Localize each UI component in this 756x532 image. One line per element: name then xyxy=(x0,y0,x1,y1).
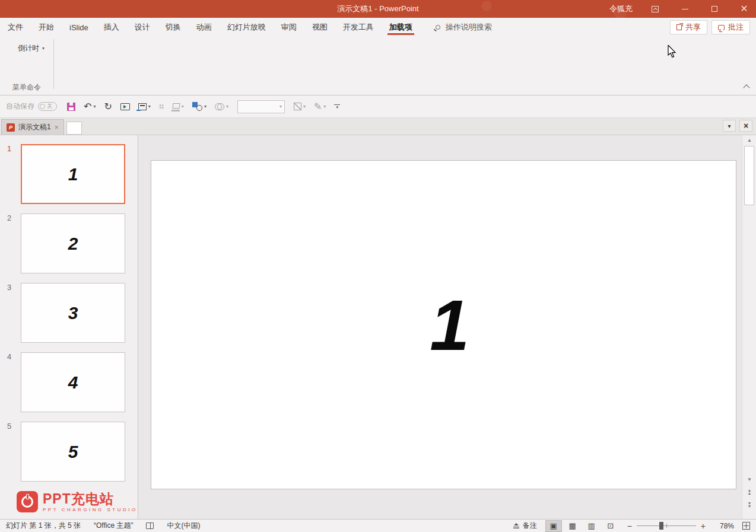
slideshow-view-button[interactable]: ⊡ xyxy=(602,520,619,532)
minimize-button[interactable] xyxy=(678,0,692,18)
document-tab[interactable]: P 演示文稿1 × xyxy=(1,119,64,135)
close-tab-icon[interactable]: × xyxy=(55,123,59,132)
maximize-icon xyxy=(711,6,717,12)
tab-insert[interactable]: 插入 xyxy=(96,18,127,37)
collapse-ribbon-icon[interactable] xyxy=(743,84,749,91)
chevron-down-icon[interactable]: ▾ xyxy=(182,104,184,109)
font-size-combobox[interactable]: ▾ xyxy=(237,100,285,113)
shape-outline-button[interactable]: ▾ xyxy=(291,100,309,113)
slide-thumb-box[interactable]: 5 xyxy=(21,422,125,482)
tab-developer[interactable]: 开发工具 xyxy=(335,18,382,37)
slide-sorter-view-button[interactable]: ▦ xyxy=(564,520,581,532)
tab-transitions[interactable]: 切换 xyxy=(158,18,189,37)
tell-me-search[interactable]: 操作说明搜索 xyxy=(436,22,492,33)
tab-review[interactable]: 审阅 xyxy=(274,18,304,37)
slide-counter[interactable]: 幻灯片 第 1 张，共 5 张 xyxy=(6,521,81,531)
chevron-down-icon[interactable]: ▾ xyxy=(226,104,228,109)
ink-pen-button[interactable]: ✎ ▾ xyxy=(311,100,329,114)
autosave-control[interactable]: 自动保存 关 xyxy=(6,101,62,112)
chevron-down-icon[interactable]: ▾ xyxy=(303,104,306,109)
autosave-state: 关 xyxy=(47,103,52,110)
notes-button[interactable]: 备注 xyxy=(513,521,537,531)
autosave-toggle[interactable]: 关 xyxy=(38,102,57,111)
close-button[interactable]: ✕ xyxy=(737,0,751,18)
chevron-down-icon[interactable]: ▾ xyxy=(204,104,207,109)
tab-slideshow[interactable]: 幻灯片放映 xyxy=(220,18,274,37)
account-name[interactable]: 令狐充 xyxy=(609,4,633,14)
share-button[interactable]: 共享 xyxy=(670,20,707,34)
slide-index: 3 xyxy=(7,283,11,292)
slide-index: 1 xyxy=(7,144,11,153)
tab-file[interactable]: 文件 xyxy=(0,18,31,37)
merge-shapes-button[interactable]: ▾ xyxy=(212,101,231,112)
crop-icon: ⌗ xyxy=(159,102,164,112)
slide-thumb-box[interactable]: 1 xyxy=(21,144,125,204)
zoom-slider-thumb[interactable] xyxy=(659,522,663,530)
slide-number-text[interactable]: 1 xyxy=(430,284,469,366)
arrange-button[interactable]: ▾ xyxy=(135,101,154,113)
scrollbar-thumb[interactable] xyxy=(744,146,754,205)
slide-thumbnail-3[interactable]: 3 3 xyxy=(0,283,138,344)
maximize-button[interactable] xyxy=(707,0,722,18)
chevron-down-icon[interactable]: ▾ xyxy=(93,104,96,109)
crop-button[interactable]: ⌗ xyxy=(156,100,167,114)
slideshow-monitor-icon xyxy=(120,103,130,110)
undo-icon: ↶ xyxy=(84,102,91,112)
slide-index: 2 xyxy=(7,214,11,222)
minimize-icon xyxy=(682,9,688,9)
new-tab-button[interactable] xyxy=(66,122,82,135)
zoom-in-button[interactable]: + xyxy=(701,521,706,531)
countdown-addin-button[interactable]: 倒计时 ▾ xyxy=(15,42,47,55)
customize-qat-button[interactable]: ▾ xyxy=(331,102,343,111)
toggle-knob-icon xyxy=(40,104,45,109)
slide-thumbnail-1[interactable]: 1 1 xyxy=(0,144,138,205)
document-tab-bar: P 演示文稿1 × ▾ × xyxy=(0,118,756,135)
scroll-down-button[interactable]: ▼ xyxy=(742,474,756,485)
slide-thumb-box[interactable]: 4 xyxy=(21,352,125,412)
zoom-slider[interactable] xyxy=(637,525,696,526)
normal-view-button[interactable]: ▣ xyxy=(545,520,562,532)
chevron-down-icon[interactable]: ▾ xyxy=(323,104,326,109)
save-icon xyxy=(67,103,75,111)
ribbon-display-options-button[interactable] xyxy=(648,0,662,18)
comments-label: 批注 xyxy=(728,22,744,33)
save-button[interactable] xyxy=(64,100,78,113)
slide-thumbnail-5[interactable]: 5 5 xyxy=(0,422,138,483)
slide-thumb-box[interactable]: 2 xyxy=(21,214,125,273)
double-down-icon: ▼ xyxy=(748,505,752,508)
zoom-out-button[interactable]: − xyxy=(627,521,632,531)
redo-button[interactable]: ↻ xyxy=(101,100,115,114)
shape-fill-icon xyxy=(172,103,180,109)
tab-home[interactable]: 开始 xyxy=(31,18,62,37)
zoom-percentage[interactable]: 78% xyxy=(714,522,734,530)
redo-icon: ↻ xyxy=(104,102,112,112)
start-slideshow-button[interactable] xyxy=(117,101,133,113)
slide-index: 4 xyxy=(7,352,11,361)
tab-view[interactable]: 视图 xyxy=(304,18,335,37)
previous-slide-button[interactable]: ▲▲ xyxy=(742,486,756,497)
theme-name[interactable]: “Office 主题” xyxy=(94,521,133,531)
slide-thumbnail-2[interactable]: 2 2 xyxy=(0,214,138,275)
tab-list-dropdown-button[interactable]: ▾ xyxy=(723,120,736,132)
fit-slide-to-window-icon[interactable] xyxy=(742,522,750,530)
shape-fill-button[interactable]: ▾ xyxy=(170,101,187,112)
tab-design[interactable]: 设计 xyxy=(127,18,158,37)
vertical-scrollbar[interactable]: ▲ ▼ ▲▲ ▼▼ xyxy=(742,135,756,519)
slide-thumbnail-4[interactable]: 4 4 xyxy=(0,352,138,413)
comments-button[interactable]: 批注 xyxy=(711,20,750,34)
tab-animations[interactable]: 动画 xyxy=(189,18,220,37)
close-document-button[interactable]: × xyxy=(739,120,752,132)
double-up-icon: ▲ xyxy=(748,492,752,495)
spell-check-icon[interactable] xyxy=(146,523,154,529)
undo-button[interactable]: ↶ ▾ xyxy=(81,100,99,114)
insert-shape-button[interactable]: ▾ xyxy=(189,100,209,113)
scroll-up-button[interactable]: ▲ xyxy=(742,135,756,145)
tab-islide[interactable]: iSlide xyxy=(62,18,96,37)
tab-addins[interactable]: 加载项 xyxy=(382,18,420,37)
language-indicator[interactable]: 中文(中国) xyxy=(167,521,200,531)
slide-canvas[interactable]: 1 xyxy=(151,160,736,489)
chevron-down-icon[interactable]: ▾ xyxy=(148,104,151,109)
slide-thumb-box[interactable]: 3 xyxy=(21,283,125,343)
next-slide-button[interactable]: ▼▼ xyxy=(742,499,756,510)
reading-view-button[interactable]: ▥ xyxy=(583,520,600,532)
